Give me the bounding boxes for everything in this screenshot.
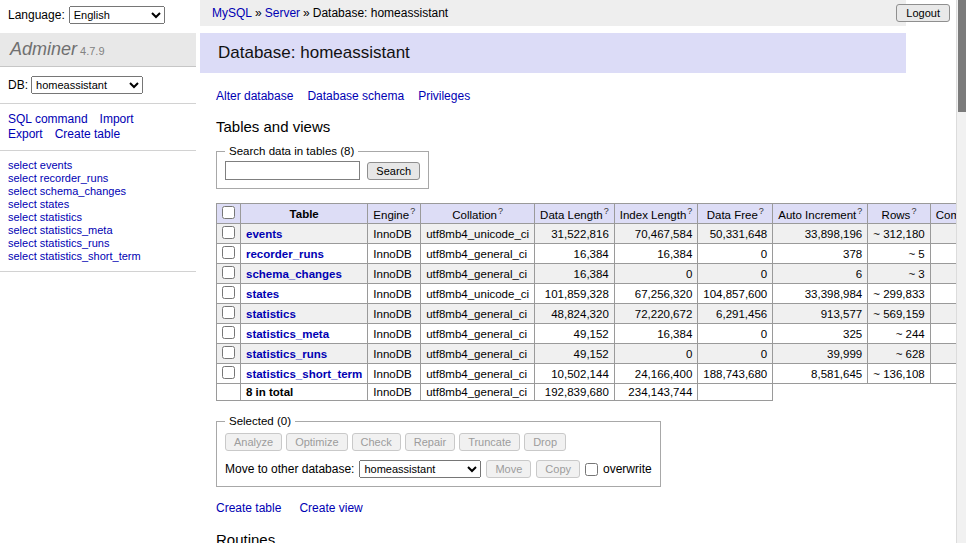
cell-index_length[interactable]: 72,220,672 <box>614 304 698 324</box>
help-icon[interactable]: ? <box>857 206 862 216</box>
cell-rows[interactable]: ~ 136,108 <box>868 364 930 384</box>
sql-command-link[interactable]: SQL command <box>8 112 88 126</box>
search-input[interactable] <box>225 161 360 180</box>
table-name-link[interactable]: recorder_runs <box>246 248 324 260</box>
help-icon[interactable]: ? <box>604 206 609 216</box>
cell-index_length[interactable]: 16,384 <box>614 244 698 264</box>
cell-auto_increment[interactable]: 913,577 <box>773 304 868 324</box>
row-checkbox[interactable] <box>222 306 235 319</box>
copy-button[interactable]: Copy <box>536 460 580 478</box>
repair-button[interactable]: Repair <box>405 433 455 451</box>
sidebar-table-link[interactable]: select statistics_runs <box>8 237 109 249</box>
cell-data_free[interactable]: 104,857,600 <box>698 284 773 304</box>
cell-rows[interactable]: ~ 628 <box>868 344 930 364</box>
cell-rows[interactable]: ~ 299,833 <box>868 284 930 304</box>
cell-index_length[interactable]: 24,166,400 <box>614 364 698 384</box>
overwrite-checkbox[interactable] <box>585 463 598 476</box>
help-icon[interactable]: ? <box>759 206 764 216</box>
sidebar-table-link[interactable]: select statistics_meta <box>8 224 113 236</box>
help-icon[interactable]: ? <box>498 206 503 216</box>
table-name-link[interactable]: states <box>246 288 279 300</box>
database-schema-link[interactable]: Database schema <box>307 89 404 103</box>
cell-index_length[interactable]: 67,256,320 <box>614 284 698 304</box>
check-button[interactable]: Check <box>352 433 401 451</box>
cell-data_length[interactable]: 48,824,320 <box>535 304 615 324</box>
table-name-link[interactable]: statistics_short_term <box>246 368 362 380</box>
help-icon[interactable]: ? <box>410 206 415 216</box>
move-db-select[interactable]: homeassistant <box>359 460 481 478</box>
cell-data_length[interactable]: 49,152 <box>535 324 615 344</box>
cell-auto_increment[interactable]: 378 <box>773 244 868 264</box>
cell-rows[interactable]: ~ 569,159 <box>868 304 930 324</box>
row-checkbox[interactable] <box>222 346 235 359</box>
cell-data_free[interactable]: 0 <box>698 324 773 344</box>
import-link[interactable]: Import <box>100 112 134 126</box>
row-checkbox[interactable] <box>222 286 235 299</box>
row-checkbox[interactable] <box>222 226 235 239</box>
cell-auto_increment[interactable]: 33,898,196 <box>773 224 868 244</box>
cell-auto_increment[interactable]: 39,999 <box>773 344 868 364</box>
create-table-link[interactable]: Create table <box>216 501 281 515</box>
cell-auto_increment[interactable]: 325 <box>773 324 868 344</box>
export-link[interactable]: Export <box>8 127 43 141</box>
cell-data_free[interactable]: 6,291,456 <box>698 304 773 324</box>
cell-auto_increment[interactable]: 6 <box>773 264 868 284</box>
cell-data_length[interactable]: 101,859,328 <box>535 284 615 304</box>
search-button[interactable]: Search <box>367 162 420 180</box>
cell-data_length[interactable]: 16,384 <box>535 264 615 284</box>
move-button[interactable]: Move <box>486 460 531 478</box>
breadcrumb-link-server[interactable]: Server <box>265 6 300 20</box>
row-checkbox[interactable] <box>222 366 235 379</box>
create-view-link[interactable]: Create view <box>299 501 362 515</box>
cell-data_length[interactable]: 31,522,816 <box>535 224 615 244</box>
create-table-link-sidebar[interactable]: Create table <box>55 127 120 141</box>
analyze-button[interactable]: Analyze <box>225 433 282 451</box>
cell-data_free[interactable]: 188,743,680 <box>698 364 773 384</box>
cell-rows[interactable]: ~ 3 <box>868 264 930 284</box>
row-checkbox[interactable] <box>222 266 235 279</box>
truncate-button[interactable]: Truncate <box>459 433 520 451</box>
cell-data_free[interactable]: 0 <box>698 264 773 284</box>
scrollbar[interactable] <box>956 0 966 543</box>
optimize-button[interactable]: Optimize <box>286 433 347 451</box>
row-checkbox[interactable] <box>222 246 235 259</box>
table-name-link[interactable]: events <box>246 228 282 240</box>
cell-auto_increment[interactable]: 33,398,984 <box>773 284 868 304</box>
help-icon[interactable]: ? <box>911 206 916 216</box>
sidebar-table-link[interactable]: select states <box>8 198 69 210</box>
sidebar-table-link[interactable]: select statistics <box>8 211 82 223</box>
table-name-link[interactable]: schema_changes <box>246 268 342 280</box>
cell-index_length[interactable]: 70,467,584 <box>614 224 698 244</box>
cell-index_length[interactable]: 16,384 <box>614 324 698 344</box>
cell-rows[interactable]: ~ 312,180 <box>868 224 930 244</box>
db-select[interactable]: homeassistant <box>31 76 143 94</box>
cell-data_free[interactable]: 0 <box>698 344 773 364</box>
logout-button[interactable]: Logout <box>896 4 950 22</box>
scrollbar-thumb[interactable] <box>958 0 966 112</box>
sidebar-table-link[interactable]: select statistics_short_term <box>8 250 141 262</box>
sidebar-table-link[interactable]: select events <box>8 159 72 171</box>
help-icon[interactable]: ? <box>687 206 692 216</box>
cell-rows[interactable]: ~ 244 <box>868 324 930 344</box>
cell-rows[interactable]: ~ 5 <box>868 244 930 264</box>
breadcrumb-link-mysql[interactable]: MySQL <box>212 6 252 20</box>
row-checkbox[interactable] <box>222 326 235 339</box>
language-select[interactable]: English <box>69 6 165 24</box>
app-version[interactable]: 4.7.9 <box>80 45 104 57</box>
table-name-link[interactable]: statistics_meta <box>246 328 329 340</box>
cell-index_length[interactable]: 0 <box>614 264 698 284</box>
cell-auto_increment[interactable]: 8,581,645 <box>773 364 868 384</box>
privileges-link[interactable]: Privileges <box>418 89 470 103</box>
table-name-link[interactable]: statistics <box>246 308 296 320</box>
cell-data_free[interactable]: 50,331,648 <box>698 224 773 244</box>
cell-index_length[interactable]: 0 <box>614 344 698 364</box>
sidebar-table-link[interactable]: select recorder_runs <box>8 172 108 184</box>
app-name[interactable]: Adminer <box>10 39 77 59</box>
cell-data_length[interactable]: 16,384 <box>535 244 615 264</box>
cell-data_length[interactable]: 49,152 <box>535 344 615 364</box>
table-name-link[interactable]: statistics_runs <box>246 348 327 360</box>
cell-data_free[interactable]: 0 <box>698 244 773 264</box>
alter-database-link[interactable]: Alter database <box>216 89 293 103</box>
select-all-checkbox[interactable] <box>222 206 235 219</box>
sidebar-table-link[interactable]: select schema_changes <box>8 185 126 197</box>
